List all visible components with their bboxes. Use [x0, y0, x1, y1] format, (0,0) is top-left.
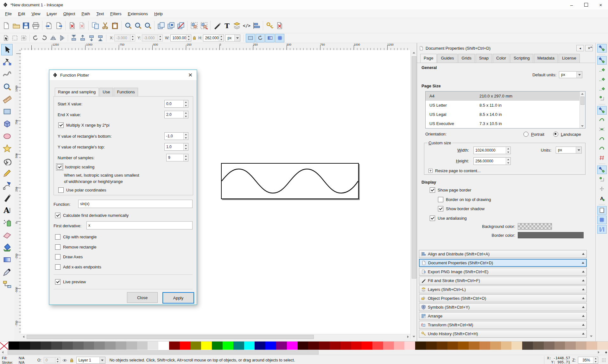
snap-nodes-button[interactable] — [597, 106, 607, 115]
palette-swatch[interactable] — [597, 342, 608, 350]
palette-swatch[interactable] — [576, 342, 586, 350]
palette-swatch[interactable] — [383, 342, 394, 350]
resize-page-expander[interactable]: Resize page to content... — [428, 168, 481, 173]
snap-bbox-centers-button[interactable] — [597, 94, 607, 103]
collapse-arrow-icon[interactable] — [582, 331, 585, 335]
dock-dialog-bar[interactable]: Transform (Shift+Ctrl+M) — [419, 321, 587, 329]
panel-tab[interactable]: Metadata — [534, 54, 558, 63]
export-button[interactable] — [54, 20, 64, 32]
snap-bbox-edges-button[interactable] — [597, 66, 607, 74]
move-patterns-toggle[interactable] — [275, 34, 284, 42]
palette-swatch[interactable] — [404, 342, 415, 350]
page-size-row[interactable]: US Executive 7.3 x 10.5 in — [426, 119, 585, 128]
menu-item[interactable]: Path — [78, 10, 93, 17]
layers-dialog-button[interactable] — [232, 20, 242, 32]
menu-item[interactable]: View — [28, 10, 43, 17]
dock-dialog-bar[interactable]: Symbols (Shift+Ctrl+Y) — [419, 303, 587, 311]
panel-tab[interactable]: Scripting — [510, 54, 533, 63]
measure-tool[interactable] — [1, 93, 13, 105]
ellipse-tool[interactable] — [1, 130, 13, 142]
y-top-field[interactable]: 1.0 — [164, 143, 188, 151]
move-gradients-toggle[interactable] — [265, 34, 275, 42]
palette-swatch[interactable] — [501, 342, 512, 350]
redo-button[interactable] — [77, 20, 87, 32]
ungroup-button[interactable] — [199, 20, 209, 32]
palette-swatch[interactable] — [30, 342, 41, 350]
palette-swatch[interactable] — [201, 342, 212, 350]
collapse-arrow-icon[interactable] — [582, 252, 585, 255]
palette-scroll-thumb[interactable] — [8, 350, 319, 355]
gradient-tool[interactable] — [1, 254, 13, 265]
scroll-right-arrow[interactable] — [405, 334, 410, 339]
palette-swatch[interactable] — [244, 342, 255, 350]
select-all-button[interactable] — [2, 34, 10, 42]
raise-button[interactable] — [78, 34, 87, 42]
live-preview-checkbox[interactable]: Live preview — [55, 279, 86, 285]
dock-dialog-bar[interactable]: Object Properties (Shift+Ctrl+O) — [419, 294, 587, 302]
zoom-to-page-button[interactable] — [143, 20, 153, 32]
palette-swatch[interactable] — [522, 342, 533, 350]
palette-swatch[interactable] — [137, 342, 148, 350]
palette-swatch[interactable] — [554, 342, 565, 350]
palette-swatch[interactable] — [426, 342, 437, 350]
palette-swatch[interactable] — [62, 342, 73, 350]
cut-button[interactable] — [100, 20, 110, 32]
palette-swatch[interactable] — [287, 342, 298, 350]
palette-swatch[interactable] — [458, 342, 469, 350]
scroll-up-arrow[interactable] — [411, 50, 416, 55]
dock-dialog-bar[interactable]: Layers (Shift+Ctrl+L) — [419, 286, 587, 293]
duplicate-button[interactable] — [156, 20, 166, 32]
palette-swatch[interactable] — [447, 342, 458, 350]
rotate-90-cw-button[interactable] — [40, 34, 49, 42]
snap-bbox-edge-midpoints-button[interactable] — [597, 85, 607, 93]
units-combo[interactable]: px — [225, 35, 240, 41]
document-properties-button[interactable] — [265, 20, 275, 32]
undo-button[interactable] — [67, 20, 77, 32]
collapse-arrow-icon[interactable] — [582, 287, 585, 290]
landscape-radio[interactable]: Landscape — [553, 131, 581, 137]
collapse-arrow-icon[interactable] — [582, 296, 585, 299]
palette-swatch[interactable] — [94, 342, 105, 350]
sine-wave-path[interactable] — [222, 164, 358, 198]
snap-rotation-centers-button[interactable] — [597, 185, 607, 193]
samples-field[interactable]: 9 — [166, 154, 188, 161]
import-button[interactable] — [44, 20, 54, 32]
deselect-button[interactable] — [19, 34, 28, 42]
palette-swatch[interactable] — [490, 342, 501, 350]
canvas-vertical-scrollbar[interactable] — [410, 50, 417, 339]
zoom-tool[interactable] — [1, 81, 13, 92]
save-document-button[interactable] — [21, 20, 31, 32]
close-dialog-button[interactable]: Close — [127, 292, 158, 303]
layer-selector[interactable]: Layer 1 — [76, 357, 105, 364]
clip-rectangle-checkbox[interactable]: Clip with rectangle — [55, 234, 97, 240]
zoom-to-selection-button[interactable] — [123, 20, 133, 32]
panel-tab[interactable]: License — [559, 54, 580, 63]
pencil-tool[interactable] — [1, 167, 13, 179]
palette-swatch[interactable] — [351, 342, 362, 350]
bezier-tool[interactable] — [1, 180, 13, 191]
palette-swatch[interactable] — [533, 342, 544, 350]
minimize-button[interactable]: – — [564, 0, 579, 9]
palette-swatch[interactable] — [126, 342, 137, 350]
palette-swatch[interactable] — [191, 342, 201, 350]
page-size-row[interactable]: A4 210.0 x 297.0 mm — [426, 91, 585, 101]
snap-enable-button[interactable] — [597, 44, 607, 53]
dialog-tab[interactable]: Functions — [114, 88, 138, 96]
start-x-field[interactable]: 0.0 — [164, 100, 188, 108]
snap-paths-button[interactable] — [597, 116, 607, 124]
paint-bucket-tool[interactable] — [1, 242, 13, 253]
raise-to-top-button[interactable] — [69, 34, 78, 42]
opacity-field[interactable]: 0 — [44, 357, 60, 363]
lower-button[interactable] — [87, 34, 96, 42]
palette-swatch[interactable] — [233, 342, 244, 350]
collapse-arrow-icon[interactable] — [582, 278, 585, 281]
palette-swatch[interactable] — [394, 342, 405, 350]
palette-swatch[interactable] — [437, 342, 447, 350]
scroll-down-arrow[interactable] — [411, 334, 416, 339]
preferences-button[interactable] — [275, 20, 284, 32]
palette-scroll-left-arrow[interactable] — [0, 350, 5, 355]
panel-tab[interactable]: Guides — [437, 54, 457, 63]
palette-swatch[interactable] — [148, 342, 158, 350]
isotropic-scaling-checkbox[interactable]: Isotropic scaling — [57, 164, 94, 170]
x-field[interactable]: -3.000 — [114, 35, 135, 41]
